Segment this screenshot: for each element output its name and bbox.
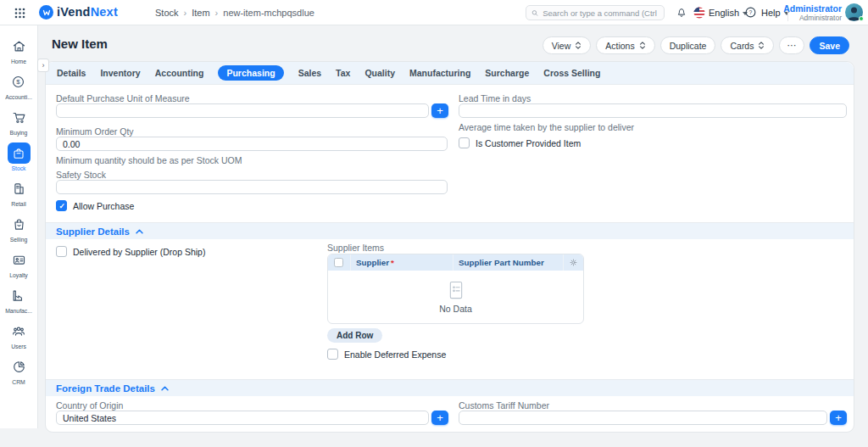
chevron-up-icon [161, 386, 169, 391]
supplier-column-header[interactable]: Supplier * [351, 254, 453, 271]
tab-surcharge[interactable]: Surcharge [485, 68, 529, 78]
retail-pos-icon [8, 178, 31, 199]
language-label: English [709, 8, 739, 18]
checkbox-label: Enable Deferred Expense [344, 349, 446, 360]
view-button-label: View [552, 41, 571, 51]
checkbox-box [56, 246, 67, 257]
help-icon[interactable]: ? [744, 6, 757, 19]
tab-quality[interactable]: Quality [364, 68, 395, 78]
create-tariff-plus-button[interactable]: + [830, 411, 847, 425]
checkbox-label: Delivered by Supplier (Drop Ship) [73, 247, 205, 257]
top-navbar: iVendNext Stock › Item › new-item-mchpqs… [0, 0, 868, 25]
loyalty-card-icon [8, 249, 31, 271]
user-role: Administrator [783, 14, 842, 22]
sidebar-item-label: Manufac... [5, 308, 32, 314]
global-search[interactable] [526, 5, 665, 20]
checkbox-label: Allow Purchase [73, 201, 134, 211]
tab-manufacturing[interactable]: Manufacturing [409, 68, 470, 78]
sidebar-item-crm[interactable]: CRM [8, 356, 31, 385]
select-all-checkbox[interactable] [334, 258, 343, 267]
no-data-icon [448, 280, 465, 300]
more-options-button[interactable]: ⋯ [779, 36, 804, 54]
breadcrumb-item[interactable]: Item [192, 8, 209, 18]
actions-button[interactable]: Actions [596, 36, 654, 54]
checkbox-box [459, 137, 470, 148]
brand-name-primary: iVend [57, 5, 91, 19]
stock-box-icon [8, 142, 31, 164]
sidebar-item-loyalty[interactable]: Loyalty [8, 249, 31, 278]
lead-time-input[interactable] [459, 103, 847, 118]
cart-icon [8, 107, 31, 128]
create-country-plus-button[interactable]: + [431, 411, 448, 425]
supplier-details-section-header[interactable]: Supplier Details [46, 222, 854, 239]
user-menu[interactable]: Administrator Administrator [783, 3, 842, 22]
sidebar-expand-button[interactable]: › [37, 59, 49, 72]
sidebar-item-label: Retail [11, 201, 25, 207]
view-button[interactable]: View [542, 36, 592, 54]
breadcrumb-current-doc: new-item-mchpqsdlue [223, 8, 314, 18]
crm-pie-icon [8, 356, 31, 377]
customs-tariff-label: Customs Tariff Number [459, 400, 549, 411]
supplier-part-number-column-header[interactable]: Supplier Part Number [453, 254, 564, 271]
sidebar-item-users[interactable]: Users [8, 321, 31, 349]
section-title: Foreign Trade Details [56, 383, 155, 394]
search-input[interactable] [542, 8, 659, 18]
country-of-origin-label: Country of Origin [56, 400, 123, 411]
sidebar-item-buying[interactable]: Buying [8, 107, 31, 136]
min-order-qty-input[interactable] [56, 137, 448, 151]
checkbox-box [56, 200, 67, 211]
language-flag-icon [693, 7, 705, 19]
foreign-trade-section-header[interactable]: Foreign Trade Details [46, 379, 854, 396]
sidebar-item-manufacturing[interactable]: Manufac... [5, 285, 32, 314]
country-of-origin-input[interactable] [56, 411, 429, 425]
language-selector[interactable]: English [709, 8, 748, 18]
brand-name-accent: Next [91, 5, 118, 19]
tab-purchasing[interactable]: Purchasing [218, 65, 283, 81]
allow-purchase-checkbox[interactable]: Allow Purchase [56, 200, 134, 211]
sidebar-item-accounting[interactable]: $ Accounti... [5, 71, 32, 100]
customs-tariff-input[interactable] [459, 411, 827, 425]
brand-logo-icon[interactable] [39, 5, 53, 20]
save-button[interactable]: Save [810, 36, 849, 54]
tab-inventory[interactable]: Inventory [100, 68, 140, 78]
tab-tax[interactable]: Tax [336, 68, 350, 78]
notifications-bell-icon[interactable] [676, 6, 687, 19]
tab-sales[interactable]: Sales [298, 68, 321, 78]
svg-text:?: ? [749, 9, 753, 15]
apps-grid-icon[interactable] [14, 8, 25, 19]
sidebar-item-label: Loyalty [9, 272, 28, 278]
gear-icon[interactable] [569, 258, 578, 267]
sidebar-item-label: Stock [12, 165, 26, 171]
tab-accounting[interactable]: Accounting [155, 68, 204, 78]
cards-button[interactable]: Cards [721, 36, 774, 54]
default-purchase-uom-input[interactable] [56, 103, 429, 118]
cards-button-label: Cards [730, 41, 754, 51]
sidebar-item-stock[interactable]: Stock [8, 142, 31, 171]
tab-details[interactable]: Details [57, 68, 86, 78]
sidebar-item-label: Buying [10, 130, 28, 136]
module-sidebar: Home $ Accounti... Buying Stock Retail S… [0, 25, 38, 428]
section-title: Supplier Details [56, 226, 130, 237]
chevron-up-icon [136, 229, 143, 234]
brand-name[interactable]: iVendNext [57, 5, 118, 19]
safety-stock-input[interactable] [56, 180, 448, 194]
breadcrumb-stock[interactable]: Stock [155, 8, 179, 18]
add-row-button[interactable]: Add Row [327, 328, 382, 343]
sidebar-item-label: CRM [12, 379, 25, 385]
sidebar-item-selling[interactable]: Selling [8, 214, 31, 243]
supplier-items-table: Supplier * Supplier Part Number No Data [327, 254, 584, 324]
column-label: Supplier [356, 258, 389, 267]
duplicate-button-label: Duplicate [670, 41, 707, 51]
deferred-expense-checkbox[interactable]: Enable Deferred Expense [327, 349, 446, 360]
create-uom-plus-button[interactable]: + [431, 103, 448, 118]
sidebar-item-retail[interactable]: Retail [8, 178, 31, 207]
users-group-icon [8, 321, 31, 342]
tab-cross-selling[interactable]: Cross Selling [543, 68, 600, 78]
search-icon [531, 9, 538, 17]
sidebar-item-home[interactable]: Home [8, 36, 31, 64]
drop-ship-checkbox[interactable]: Delivered by Supplier (Drop Ship) [56, 246, 205, 257]
duplicate-button[interactable]: Duplicate [660, 36, 716, 54]
is-customer-provided-checkbox[interactable]: Is Customer Provided Item [459, 137, 581, 148]
checkbox-label: Is Customer Provided Item [476, 138, 581, 148]
page-toolbar: View Actions Duplicate Cards ⋯ Save [542, 36, 849, 54]
